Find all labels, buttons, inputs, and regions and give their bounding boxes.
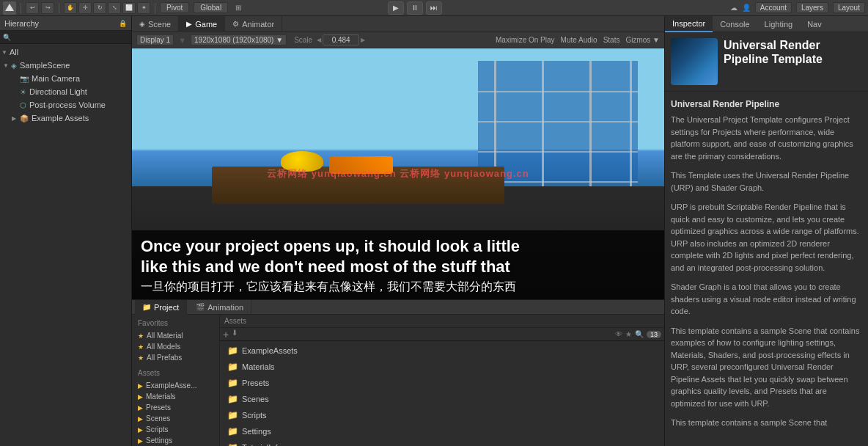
hierarchy-all-item[interactable]: ▼ All [0, 45, 131, 59]
folder-scn-label: Scenes [242, 395, 269, 403]
tab-inspector[interactable]: Inspector [665, 16, 713, 32]
assets-scripts[interactable]: ▶ Scripts [135, 424, 216, 435]
inspector-para5: This template contains a sample Scene th… [671, 325, 862, 410]
folder-scripts[interactable]: 📁 Scripts [223, 409, 661, 422]
transform-tool[interactable]: ✦ [137, 2, 150, 14]
favorites-section: Favorites ★ All Material ★ All Models ★ [135, 318, 216, 363]
inspector-body: Universal Render Pipeline The Universal … [665, 92, 868, 442]
assets-grid: 📁 ExampleAssets 📁 Materials 📁 Presets [220, 341, 664, 446]
hier-expand-scene: ▼ [3, 62, 9, 69]
folder-scenes[interactable]: 📁 Scenes [223, 392, 661, 406]
assets-presets[interactable]: ▶ Presets [135, 402, 216, 413]
all-prefabs-item[interactable]: ★ All Prefabs [135, 352, 216, 363]
top-toolbar: ↩ ↪ ✋ ✛ ↻ ⤡ ⬜ ✦ Pivot Global ⊞ ▶ ⏸ ⏭ ☁ 👤… [0, 0, 868, 16]
hierarchy-main-camera[interactable]: 📷 Main Camera [0, 72, 131, 85]
tab-game[interactable]: ▶ Game [179, 16, 225, 32]
all-materials-label: All Material [147, 332, 183, 340]
hier-assets-label: Example Assets [32, 114, 89, 123]
tab-project[interactable]: 📁 Project [135, 300, 187, 315]
inspector-para4: Shader Graph is a tool that allows you t… [671, 281, 862, 318]
hier-light-label: Directional Light [29, 87, 87, 96]
unity-logo [3, 1, 16, 15]
volume-icon: ⬡ [20, 101, 26, 109]
display-selector[interactable]: Display 1 [136, 34, 174, 45]
tab-nav[interactable]: Nav [800, 16, 829, 32]
inspector-para2: This Template uses the Universal Render … [671, 169, 862, 194]
urp-title-block: Universal Render Pipeline Template [724, 38, 862, 66]
assets-exampleasse[interactable]: ▶ ExampleAsse... [135, 380, 216, 391]
assets-toolbar: + ⬇ 👁 ★ 🔍 13 [220, 328, 664, 341]
add-button[interactable]: + [223, 329, 229, 340]
hierarchy-directional-light[interactable]: ☀ Directional Light [0, 85, 131, 98]
gizmos-label[interactable]: Gizmos ▼ [625, 36, 660, 44]
star-icon-toolbar: ★ [625, 330, 632, 338]
assets-scenes[interactable]: ▶ Scenes [135, 413, 216, 424]
tab-console[interactable]: Console [713, 16, 757, 32]
stats-label[interactable]: Stats [603, 36, 620, 44]
center-area: ◈ Scene ▶ Game ⚙ Animator Display 1 ▼ 19… [132, 16, 664, 446]
camera-icon: 📷 [20, 75, 29, 83]
tab-animator[interactable]: ⚙ Animator [225, 16, 282, 32]
urp-logo: UP [671, 38, 718, 85]
assets-ea-label: ExampleAsse... [146, 381, 196, 390]
hand-tool[interactable]: ✋ [64, 2, 77, 14]
all-models-item[interactable]: ★ All Models [135, 341, 216, 352]
main-layout: Hierarchy 🔒 🔍 ▼ All ▼ ◈ SampleScene 📷 [0, 16, 868, 446]
folder-materials[interactable]: 📁 Materials [223, 360, 661, 373]
folder-scr-icon: 📁 [227, 410, 238, 420]
tab-scene[interactable]: ◈ Scene [132, 16, 179, 32]
folder-ea-icon: 📁 [227, 346, 238, 356]
account-button[interactable]: Account [755, 2, 792, 13]
scaffold-h2 [478, 121, 638, 123]
lock-icon[interactable]: 🔒 [119, 20, 127, 27]
right-panel: Inspector Console Lighting Nav UP Univer [664, 16, 868, 446]
urp-header: UP Universal Render Pipeline Template [665, 32, 868, 92]
folder-pre-label: Presets [242, 379, 269, 387]
assets-section: Assets ▶ ExampleAsse... ▶ Materials ▶ [135, 368, 216, 446]
assets-settings[interactable]: ▶ Settings [135, 435, 216, 446]
folder-set-icon: 📁 [227, 426, 238, 436]
breadcrumb-text: Assets [224, 317, 246, 325]
global-button[interactable]: Global [194, 2, 228, 13]
assets-import-btn[interactable]: ⬇ [232, 329, 238, 340]
pivot-button[interactable]: Pivot [160, 2, 189, 13]
hierarchy-samplescene[interactable]: ▼ ◈ SampleScene [0, 59, 131, 72]
folder-icon-scn: ▶ [138, 415, 143, 423]
rect-tool[interactable]: ⬜ [122, 2, 136, 14]
assets-breadcrumb: Assets [220, 315, 664, 328]
all-prefabs-label: All Prefabs [147, 354, 182, 362]
all-materials-item[interactable]: ★ All Material [135, 330, 216, 341]
maximize-label[interactable]: Maximize On Play [496, 36, 555, 44]
play-button[interactable]: ▶ [388, 1, 404, 15]
layers-button[interactable]: Layers [796, 2, 828, 13]
project-sidebar: Favorites ★ All Material ★ All Models ★ [132, 315, 220, 446]
inspector-section-title: Universal Render Pipeline [671, 98, 862, 111]
light-icon: ☀ [20, 88, 26, 96]
undo-button[interactable]: ↩ [26, 2, 39, 14]
folder-exampleassets[interactable]: 📁 ExampleAssets [223, 344, 661, 357]
redo-button[interactable]: ↪ [41, 2, 54, 14]
folder-mat-label: Materials [242, 362, 275, 371]
tab-lighting[interactable]: Lighting [757, 16, 801, 32]
pause-button[interactable]: ⏸ [407, 1, 423, 15]
scale-tool[interactable]: ⤡ [108, 2, 121, 14]
mute-label[interactable]: Mute Audio [561, 36, 597, 44]
move-tool[interactable]: ✛ [78, 2, 92, 14]
folder-presets[interactable]: 📁 Presets [223, 376, 661, 390]
toolbar-sep-2 [59, 3, 59, 13]
folder-set-label: Settings [242, 427, 271, 436]
project-tab-icon: 📁 [142, 303, 151, 311]
scene-tab-icon: ◈ [139, 20, 145, 28]
hierarchy-example-assets[interactable]: ▶ 📦 Example Assets [0, 112, 131, 125]
step-button[interactable]: ⏭ [426, 1, 442, 15]
resolution-selector[interactable]: 1920x1080 (1920x1080) ▼ [191, 34, 287, 45]
tab-animation[interactable]: 🎬 Animation [188, 300, 251, 315]
scale-value[interactable]: 0.484 [323, 34, 359, 45]
game-tab-icon: ▶ [186, 20, 192, 28]
folder-settings[interactable]: 📁 Settings [223, 425, 661, 438]
rotate-tool[interactable]: ↻ [93, 2, 106, 14]
hierarchy-postprocess[interactable]: ⬡ Post-process Volume [0, 98, 131, 112]
assets-materials[interactable]: ▶ Materials [135, 391, 216, 402]
layout-button[interactable]: Layout [833, 2, 865, 13]
folder-tutorialinfo[interactable]: 📁 TutorialInfo [223, 441, 661, 446]
